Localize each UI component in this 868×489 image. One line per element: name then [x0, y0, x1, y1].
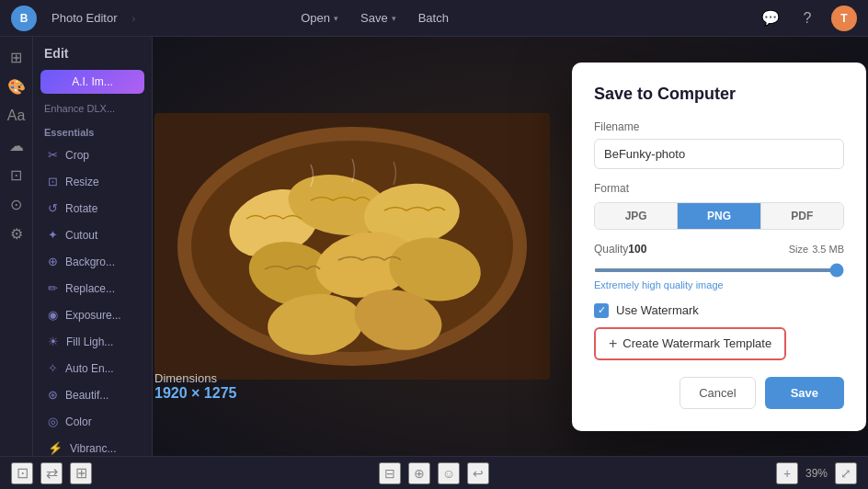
- rotate-icon: ↺: [48, 201, 58, 215]
- ai-image-button[interactable]: A.I. Im...: [40, 70, 144, 94]
- bottom-bar-center: ⊟ ⊕ ☺ ↩: [379, 462, 489, 484]
- stickers-icon-button[interactable]: ⊙: [4, 191, 29, 217]
- resize-tool[interactable]: ⊡ Resize: [37, 169, 148, 194]
- rotate-tool[interactable]: ↺ Rotate: [37, 196, 148, 221]
- open-button[interactable]: Open ▾: [293, 7, 346, 28]
- top-bar-center: Open ▾ Save ▾ Batch: [293, 7, 456, 28]
- essentials-label: Essentials: [33, 119, 152, 142]
- cutout-tool[interactable]: ✦ Cutout: [37, 222, 148, 247]
- format-jpg-button[interactable]: JPG: [595, 203, 678, 229]
- bottom-bar: ⊡ ⇄ ⊞ ⊟ ⊕ ☺ ↩ + 39% ⤢: [0, 456, 868, 489]
- zoom-level: 39%: [805, 467, 828, 480]
- beautify-tool[interactable]: ⊛ Beautif...: [37, 382, 148, 407]
- dimensions-value: 1920 × 1275: [154, 385, 236, 401]
- dialog-actions: Cancel Save: [594, 377, 844, 409]
- size-label: Size: [789, 244, 808, 255]
- left-icon-bar: ⊞ 🎨 Aa ☁ ⊡ ⊙ ⚙: [0, 37, 33, 456]
- color-tool[interactable]: ◎ Color: [37, 409, 148, 434]
- save-dialog: Save to Computer Filename Format JPG PNG…: [572, 63, 866, 431]
- quality-value: 100: [628, 243, 646, 256]
- emoji-button[interactable]: ☺: [438, 462, 460, 484]
- auto-enhance-tool[interactable]: ✧ Auto En...: [37, 356, 148, 381]
- avatar[interactable]: T: [831, 6, 857, 31]
- zoom-out-button[interactable]: +: [776, 462, 798, 484]
- image-preview: [154, 113, 550, 380]
- filename-label: Filename: [594, 120, 844, 133]
- use-watermark-checkbox[interactable]: ✓: [594, 303, 609, 318]
- dimensions-info: Dimensions 1920 × 1275: [154, 371, 236, 402]
- replace-tool[interactable]: ✏ Replace...: [37, 276, 148, 301]
- help-icon-button[interactable]: ?: [794, 6, 820, 31]
- dialog-title: Save to Computer: [594, 85, 844, 104]
- watermark-row: ✓ Use Watermark: [594, 303, 844, 318]
- quality-row: Quality 100 Size 3.5 MB: [594, 243, 844, 256]
- batch-button[interactable]: Batch: [411, 7, 456, 28]
- app-logo: B: [11, 6, 37, 31]
- grid-view-button[interactable]: ⊡: [11, 462, 33, 484]
- main-layout: ⊞ 🎨 Aa ☁ ⊡ ⊙ ⚙ Edit A.I. Im... Enhance D…: [0, 37, 868, 456]
- plus-icon: +: [609, 335, 617, 352]
- undo-button[interactable]: ↩: [467, 462, 489, 484]
- color-icon: ◎: [48, 415, 58, 428]
- top-bar: B Photo Editor › Open ▾ Save ▾ Batch 💬 ?…: [0, 0, 868, 37]
- app-title: Photo Editor: [51, 11, 118, 25]
- effects-icon-button[interactable]: ☁: [4, 132, 29, 158]
- exposure-icon: ◉: [48, 308, 58, 322]
- format-label: Format: [594, 182, 844, 195]
- background-icon: ⊕: [48, 255, 58, 268]
- size-value: 3.5 MB: [812, 244, 844, 255]
- vibrance-icon: ⚡: [48, 441, 63, 455]
- replace-icon: ✏: [48, 281, 58, 295]
- auto-enhance-icon: ✧: [48, 361, 58, 375]
- save-confirm-button[interactable]: Save: [765, 377, 844, 409]
- frame-toggle-button[interactable]: ⊟: [379, 462, 401, 484]
- connect-button[interactable]: ⊕: [408, 462, 430, 484]
- exposure-tool[interactable]: ◉ Exposure...: [37, 302, 148, 327]
- compare-button[interactable]: ⇄: [40, 462, 63, 484]
- format-selector: JPG PNG PDF: [594, 202, 844, 230]
- quality-note: Extremely high quality image: [594, 279, 844, 290]
- create-watermark-button[interactable]: + Create Watermark Template: [594, 327, 786, 360]
- palette-icon-button[interactable]: 🎨: [4, 74, 29, 99]
- format-pdf-button[interactable]: PDF: [761, 203, 843, 229]
- quality-slider[interactable]: [594, 268, 844, 272]
- resize-icon: ⊡: [48, 175, 58, 188]
- format-png-button[interactable]: PNG: [678, 203, 760, 229]
- edit-header: Edit: [33, 37, 152, 66]
- crop-icon: ✂: [48, 148, 58, 162]
- quality-slider-container: [594, 259, 844, 276]
- frames-icon-button[interactable]: ⊡: [4, 162, 29, 188]
- enhance-dlx-label: Enhance DLX...: [33, 97, 152, 119]
- beautify-icon: ⊛: [48, 388, 58, 402]
- quality-label: Quality: [594, 243, 628, 256]
- crop-tool[interactable]: ✂ Crop: [37, 142, 148, 167]
- fill-light-icon: ☀: [48, 335, 59, 348]
- modal-overlay: Dimensions 1920 × 1275 Save to Computer …: [153, 37, 868, 456]
- layers-icon-button[interactable]: ⊞: [4, 44, 29, 70]
- canvas-area: Dimensions 1920 × 1275 Save to Computer …: [153, 37, 868, 456]
- top-bar-right: 💬 ? T: [758, 6, 857, 31]
- zoom-in-button[interactable]: ⤢: [835, 462, 857, 484]
- vibrance-tool[interactable]: ⚡ Vibranc...: [37, 436, 148, 456]
- cancel-button[interactable]: Cancel: [680, 377, 755, 409]
- save-button[interactable]: Save ▾: [353, 7, 404, 28]
- fill-light-tool[interactable]: ☀ Fill Ligh...: [37, 329, 148, 354]
- cutout-icon: ✦: [48, 228, 58, 242]
- chat-icon-button[interactable]: 💬: [758, 6, 783, 31]
- tools-panel: Edit A.I. Im... Enhance DLX... Essential…: [33, 37, 153, 456]
- layout-button[interactable]: ⊞: [70, 462, 92, 484]
- settings-icon-button[interactable]: ⚙: [4, 221, 29, 246]
- filename-input[interactable]: [594, 139, 844, 169]
- bottom-bar-right: + 39% ⤢: [776, 462, 857, 484]
- text-icon-button[interactable]: Aa: [4, 103, 29, 129]
- watermark-label: Use Watermark: [616, 303, 699, 317]
- background-tool[interactable]: ⊕ Backgro...: [37, 249, 148, 274]
